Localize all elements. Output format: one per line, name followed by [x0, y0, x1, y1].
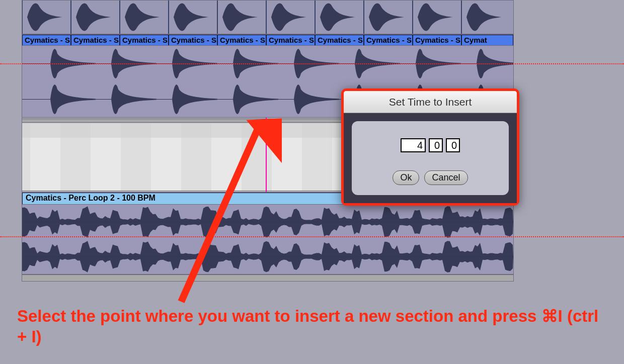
ticks-input[interactable]: [446, 138, 460, 152]
annotation-guide-line: [0, 236, 624, 237]
clip-header[interactable]: Cymatics - S: [217, 35, 266, 46]
annotation-guide-line: [0, 63, 624, 64]
clip-header[interactable]: Cymatics - S: [169, 35, 217, 46]
clip-header[interactable]: Cymatics - S: [71, 35, 120, 46]
clip-header[interactable]: Cymatics - S: [22, 35, 71, 46]
annotation-text: Select the point where you want to inser…: [17, 306, 604, 347]
cancel-button[interactable]: Cancel: [424, 170, 467, 185]
dialog-body: Ok Cancel: [344, 113, 517, 203]
playhead-cursor[interactable]: [266, 118, 267, 193]
beats-input[interactable]: [429, 138, 443, 152]
dialog-inner: Ok Cancel: [352, 121, 509, 195]
clip-header[interactable]: Cymatics - S: [315, 35, 364, 46]
arrangement-view: Cymatics - SCymatics - SCymatics - SCyma…: [0, 0, 624, 282]
clip-header[interactable]: Cymatics - S: [266, 35, 315, 46]
set-time-dialog: Set Time to Insert Ok Cancel: [341, 88, 519, 206]
arrangement-right-margin: [513, 0, 624, 282]
clip-header[interactable]: Cymatics - S: [364, 35, 413, 46]
dialog-title: Set Time to Insert: [344, 91, 517, 113]
dialog-button-row: Ok Cancel: [358, 170, 503, 185]
ok-button[interactable]: Ok: [393, 170, 419, 185]
clip-header[interactable]: Cymatics - S: [413, 35, 461, 46]
time-input-group: [358, 138, 503, 152]
clip-header[interactable]: Cymat: [461, 35, 513, 46]
clip-header[interactable]: Cymatics - S: [120, 35, 169, 46]
arrangement-left-margin: [0, 0, 22, 282]
bars-input[interactable]: [401, 138, 426, 152]
